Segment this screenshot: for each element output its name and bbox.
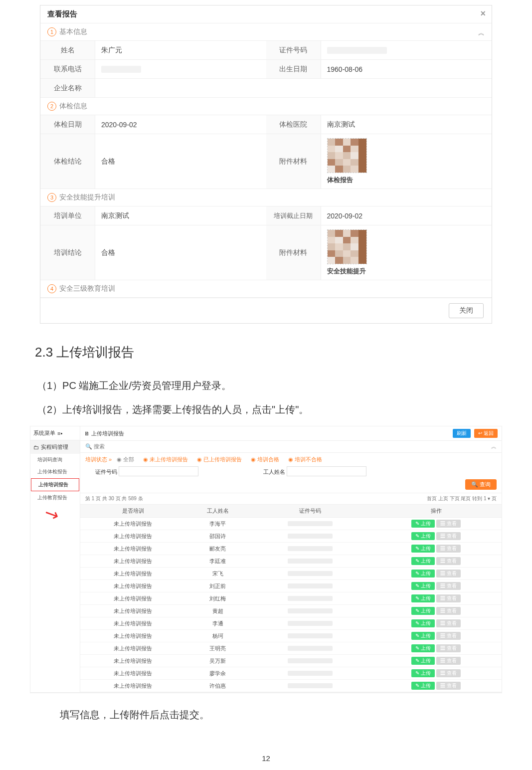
view-button[interactable]: ☰ 查看 [436,545,461,553]
cell-worker-name: 杨珂 [186,630,250,642]
refresh-button[interactable]: 刷新 [453,429,471,438]
upload-button[interactable]: ✎ 上传 [411,644,435,652]
filter-radio-1[interactable]: ◉ 未上传培训报告 [143,456,188,462]
folder-icon: 🗀 [33,444,39,450]
filter-id-input[interactable] [119,466,198,476]
row-exam-conclusion: 体检结论 合格 附件材料 体检报告 [40,134,492,189]
view-button[interactable]: ☰ 查看 [436,607,461,615]
section-medical-info[interactable]: 2 体检信息 [40,98,492,115]
redacted-tel [101,66,141,73]
close-icon[interactable]: × [480,8,486,19]
sidebar-item-2[interactable]: 上传培训报告 [31,478,79,491]
upload-button[interactable]: ✎ 上传 [411,682,435,690]
label-train-concl: 培训结论 [40,225,95,280]
label-exam-hosp: 体检医院 [266,115,321,134]
cell-worker-name: 许伯惠 [186,680,250,692]
view-button[interactable]: ☰ 查看 [436,520,461,528]
worker-table: 是否培训工人姓名证件号码操作 未上传培训报告李海平✎ 上传☰ 查看未上传培训报告… [80,505,502,692]
section-training-info[interactable]: 3 安全技能提升培训 [40,189,492,206]
section-safety-edu[interactable]: 4 安全三级教育培训 [40,280,492,298]
col-header: 操作 [370,505,502,518]
col-header: 工人姓名 [186,505,250,518]
cell-actions: ✎ 上传☰ 查看 [370,655,502,667]
cell-worker-name: 郦友亮 [186,543,250,555]
value-id [321,41,492,59]
red-arrow-annotation: ↘ [43,508,59,520]
upload-button[interactable]: ✎ 上传 [411,532,435,540]
cell-worker-name: 李廷准 [186,555,250,568]
cell-id [250,592,370,605]
view-button[interactable]: ☰ 查看 [436,644,461,652]
page-number: 12 [30,754,502,763]
filter-radio-4[interactable]: ◉ 培训不合格 [288,456,322,462]
cell-id [250,543,370,555]
close-button[interactable]: 关闭 [449,303,484,318]
view-button[interactable]: ☰ 查看 [436,594,461,602]
collapse-icon[interactable]: ︽ [491,443,497,450]
menu-toggle-icon[interactable]: ≡• [57,430,62,436]
attachment-thumbnail[interactable] [327,138,367,173]
view-button[interactable]: ☰ 查看 [436,632,461,640]
cell-status: 未上传培训报告 [80,655,186,667]
value-train-concl: 合格 [95,225,266,280]
value-train-end: 2020-09-02 [321,206,492,225]
pager-controls[interactable]: 首页 上页 下页 尾页 转到 1 ▾ 页 [427,495,497,502]
value-dob: 1960-08-06 [321,60,492,78]
upload-button[interactable]: ✎ 上传 [411,607,435,615]
label-dob: 出生日期 [266,60,321,78]
cell-id [250,580,370,592]
view-button[interactable]: ☰ 查看 [436,532,461,540]
upload-button[interactable]: ✎ 上传 [411,594,435,602]
filter-status-label: 培训状态 » [85,456,112,463]
cell-actions: ✎ 上传☰ 查看 [370,555,502,568]
value-exam-date: 2020-09-02 [95,115,266,134]
pager-info: 第 1 页 共 30 页 共 589 条 [85,495,143,502]
label-exam-attach: 附件材料 [266,134,321,189]
cell-actions: ✎ 上传☰ 查看 [370,680,502,692]
view-button[interactable]: ☰ 查看 [436,570,461,578]
back-button[interactable]: ↩ 返回 [474,429,498,438]
upload-button[interactable]: ✎ 上传 [411,619,435,627]
view-button[interactable]: ☰ 查看 [436,619,461,627]
upload-button[interactable]: ✎ 上传 [411,657,435,665]
sidebar-category[interactable]: 🗀 实程码管理 [30,440,80,454]
filter-radio-0[interactable]: ◉ 全部 [117,456,134,462]
sidebar-item-0[interactable]: 培训码查询 [30,454,80,466]
upload-button[interactable]: ✎ 上传 [411,570,435,578]
filter-radio-2[interactable]: ◉ 已上传培训报告 [197,456,242,462]
view-button[interactable]: ☰ 查看 [436,557,461,565]
attachment-thumbnail[interactable] [327,229,367,264]
upload-button[interactable]: ✎ 上传 [411,557,435,565]
view-button[interactable]: ☰ 查看 [436,582,461,590]
cell-status: 未上传培训报告 [80,568,186,580]
row-train-org-end: 培训单位 南京测试 培训截止日期 2020-09-02 [40,206,492,225]
upload-button[interactable]: ✎ 上传 [411,520,435,528]
search-button[interactable]: 🔍 查询 [465,479,497,490]
cell-worker-name: 宋飞 [186,568,250,580]
upload-button[interactable]: ✎ 上传 [411,545,435,553]
sidebar-item-1[interactable]: 上传体检报告 [30,466,80,478]
filter-id-label: 证件号码 [95,469,117,475]
dialog-title: 查看报告 [47,9,77,18]
cell-id [250,630,370,642]
section-number: 4 [47,284,56,293]
chevron-up-icon[interactable]: ︽ [478,28,485,37]
upload-button[interactable]: ✎ 上传 [411,632,435,640]
label-train-end: 培训截止日期 [266,206,321,225]
cell-worker-name: 王明亮 [186,642,250,655]
filter-radio-3[interactable]: ◉ 培训合格 [251,456,279,462]
filter-name-input[interactable] [287,466,366,476]
value-train-attach[interactable]: 安全技能提升 [321,225,492,280]
dialog-title-bar: 查看报告 × [40,5,492,23]
sidebar-item-3[interactable]: 上传教育报告 [30,492,80,504]
section-basic-info[interactable]: 1 基本信息 ︽ [40,23,492,41]
tab-title: 上传培训报告 [91,430,124,436]
section-title: 安全技能提升培训 [59,193,115,202]
view-button[interactable]: ☰ 查看 [436,657,461,665]
value-exam-attach[interactable]: 体检报告 [321,134,492,189]
upload-button[interactable]: ✎ 上传 [411,582,435,590]
view-button[interactable]: ☰ 查看 [436,669,461,677]
view-button[interactable]: ☰ 查看 [436,682,461,690]
upload-button[interactable]: ✎ 上传 [411,669,435,677]
table-row: 未上传培训报告廖学余✎ 上传☰ 查看 [80,667,502,680]
